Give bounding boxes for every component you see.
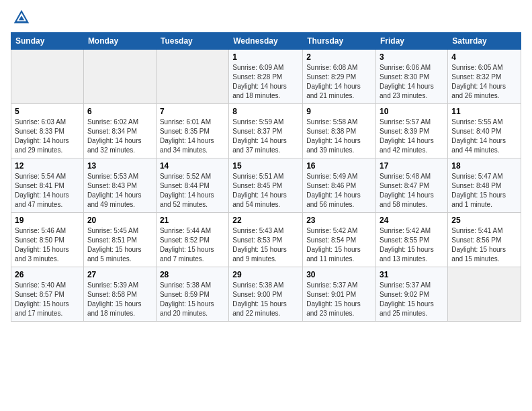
day-cell <box>83 50 156 104</box>
day-number: 20 <box>87 216 152 225</box>
day-cell: 6Sunrise: 6:02 AM Sunset: 8:34 PM Daylig… <box>83 104 156 158</box>
day-info: Sunrise: 5:41 AM Sunset: 8:56 PM Dayligh… <box>451 226 517 264</box>
week-row-4: 19Sunrise: 5:46 AM Sunset: 8:50 PM Dayli… <box>11 213 521 267</box>
day-info: Sunrise: 5:48 AM Sunset: 8:47 PM Dayligh… <box>380 172 444 210</box>
weekday-header-row: SundayMondayTuesdayWednesdayThursdayFrid… <box>11 33 521 50</box>
day-number: 14 <box>160 161 225 171</box>
week-row-3: 12Sunrise: 5:54 AM Sunset: 8:41 PM Dayli… <box>11 158 521 213</box>
week-row-5: 26Sunrise: 5:40 AM Sunset: 8:57 PM Dayli… <box>11 267 521 322</box>
day-number: 10 <box>380 107 444 116</box>
day-cell: 19Sunrise: 5:46 AM Sunset: 8:50 PM Dayli… <box>11 213 84 267</box>
day-number: 23 <box>306 216 372 225</box>
day-number: 7 <box>160 107 225 116</box>
day-cell: 8Sunrise: 5:59 AM Sunset: 8:37 PM Daylig… <box>229 104 303 158</box>
weekday-header-wednesday: Wednesday <box>229 33 303 50</box>
day-info: Sunrise: 5:59 AM Sunset: 8:37 PM Dayligh… <box>232 118 299 155</box>
day-number: 30 <box>306 270 372 279</box>
day-cell: 7Sunrise: 6:01 AM Sunset: 8:35 PM Daylig… <box>156 104 228 158</box>
day-info: Sunrise: 5:49 AM Sunset: 8:46 PM Dayligh… <box>306 172 372 210</box>
day-number: 13 <box>87 161 152 171</box>
day-cell: 1Sunrise: 6:09 AM Sunset: 8:28 PM Daylig… <box>229 50 303 104</box>
day-number: 1 <box>232 52 299 62</box>
weekday-header-thursday: Thursday <box>303 33 376 50</box>
day-cell: 29Sunrise: 5:38 AM Sunset: 9:00 PM Dayli… <box>229 267 303 322</box>
day-number: 2 <box>306 52 372 62</box>
day-info: Sunrise: 6:01 AM Sunset: 8:35 PM Dayligh… <box>160 118 225 155</box>
day-info: Sunrise: 5:39 AM Sunset: 8:58 PM Dayligh… <box>87 281 152 318</box>
day-info: Sunrise: 5:45 AM Sunset: 8:51 PM Dayligh… <box>87 226 152 264</box>
day-number: 21 <box>160 216 225 225</box>
day-number: 27 <box>87 270 152 279</box>
day-cell: 20Sunrise: 5:45 AM Sunset: 8:51 PM Dayli… <box>83 213 156 267</box>
day-number: 4 <box>451 52 517 62</box>
day-number: 15 <box>232 161 299 171</box>
day-cell: 9Sunrise: 5:58 AM Sunset: 8:38 PM Daylig… <box>303 104 376 158</box>
day-info: Sunrise: 5:46 AM Sunset: 8:50 PM Dayligh… <box>15 226 80 264</box>
day-info: Sunrise: 6:09 AM Sunset: 8:28 PM Dayligh… <box>232 63 299 101</box>
day-cell: 18Sunrise: 5:47 AM Sunset: 8:48 PM Dayli… <box>448 158 521 213</box>
day-number: 28 <box>160 270 225 279</box>
day-cell: 23Sunrise: 5:42 AM Sunset: 8:54 PM Dayli… <box>303 213 376 267</box>
day-info: Sunrise: 5:44 AM Sunset: 8:52 PM Dayligh… <box>160 226 225 264</box>
page: SundayMondayTuesdayWednesdayThursdayFrid… <box>0 0 532 330</box>
logo <box>11 8 32 27</box>
day-cell: 17Sunrise: 5:48 AM Sunset: 8:47 PM Dayli… <box>376 158 448 213</box>
day-cell: 13Sunrise: 5:53 AM Sunset: 8:43 PM Dayli… <box>83 158 156 213</box>
day-info: Sunrise: 6:03 AM Sunset: 8:33 PM Dayligh… <box>15 118 80 155</box>
day-info: Sunrise: 5:37 AM Sunset: 9:02 PM Dayligh… <box>380 281 444 318</box>
day-number: 3 <box>380 52 444 62</box>
day-cell: 22Sunrise: 5:43 AM Sunset: 8:53 PM Dayli… <box>229 213 303 267</box>
logo-icon <box>12 8 31 27</box>
day-info: Sunrise: 5:52 AM Sunset: 8:44 PM Dayligh… <box>160 172 225 210</box>
day-info: Sunrise: 6:08 AM Sunset: 8:29 PM Dayligh… <box>306 63 372 101</box>
day-info: Sunrise: 6:02 AM Sunset: 8:34 PM Dayligh… <box>87 118 152 155</box>
day-number: 12 <box>15 161 80 171</box>
day-cell: 26Sunrise: 5:40 AM Sunset: 8:57 PM Dayli… <box>11 267 84 322</box>
day-cell: 30Sunrise: 5:37 AM Sunset: 9:01 PM Dayli… <box>303 267 376 322</box>
day-cell <box>448 267 521 322</box>
day-cell: 2Sunrise: 6:08 AM Sunset: 8:29 PM Daylig… <box>303 50 376 104</box>
day-number: 26 <box>15 270 80 279</box>
weekday-header-sunday: Sunday <box>11 33 84 50</box>
day-cell: 24Sunrise: 5:42 AM Sunset: 8:55 PM Dayli… <box>376 213 448 267</box>
day-cell: 25Sunrise: 5:41 AM Sunset: 8:56 PM Dayli… <box>448 213 521 267</box>
day-cell: 21Sunrise: 5:44 AM Sunset: 8:52 PM Dayli… <box>156 213 228 267</box>
day-info: Sunrise: 6:06 AM Sunset: 8:30 PM Dayligh… <box>380 63 444 101</box>
week-row-2: 5Sunrise: 6:03 AM Sunset: 8:33 PM Daylig… <box>11 104 521 158</box>
day-number: 17 <box>380 161 444 171</box>
day-cell: 15Sunrise: 5:51 AM Sunset: 8:45 PM Dayli… <box>229 158 303 213</box>
day-number: 25 <box>451 216 517 225</box>
day-number: 16 <box>306 161 372 171</box>
weekday-header-tuesday: Tuesday <box>156 33 228 50</box>
day-info: Sunrise: 5:54 AM Sunset: 8:41 PM Dayligh… <box>15 172 80 210</box>
weekday-header-saturday: Saturday <box>448 33 521 50</box>
weekday-header-monday: Monday <box>83 33 156 50</box>
weekday-header-friday: Friday <box>376 33 448 50</box>
day-info: Sunrise: 5:40 AM Sunset: 8:57 PM Dayligh… <box>15 281 80 318</box>
day-cell: 27Sunrise: 5:39 AM Sunset: 8:58 PM Dayli… <box>83 267 156 322</box>
day-info: Sunrise: 5:47 AM Sunset: 8:48 PM Dayligh… <box>451 172 517 210</box>
day-info: Sunrise: 5:43 AM Sunset: 8:53 PM Dayligh… <box>232 226 299 264</box>
day-info: Sunrise: 5:42 AM Sunset: 8:54 PM Dayligh… <box>306 226 372 264</box>
day-number: 24 <box>380 216 444 225</box>
day-number: 6 <box>87 107 152 116</box>
day-cell: 14Sunrise: 5:52 AM Sunset: 8:44 PM Dayli… <box>156 158 228 213</box>
day-cell: 3Sunrise: 6:06 AM Sunset: 8:30 PM Daylig… <box>376 50 448 104</box>
day-info: Sunrise: 5:38 AM Sunset: 9:00 PM Dayligh… <box>232 281 299 318</box>
day-cell: 31Sunrise: 5:37 AM Sunset: 9:02 PM Dayli… <box>376 267 448 322</box>
day-cell: 5Sunrise: 6:03 AM Sunset: 8:33 PM Daylig… <box>11 104 84 158</box>
week-row-1: 1Sunrise: 6:09 AM Sunset: 8:28 PM Daylig… <box>11 50 521 104</box>
day-info: Sunrise: 5:42 AM Sunset: 8:55 PM Dayligh… <box>380 226 444 264</box>
day-info: Sunrise: 5:53 AM Sunset: 8:43 PM Dayligh… <box>87 172 152 210</box>
day-cell: 12Sunrise: 5:54 AM Sunset: 8:41 PM Dayli… <box>11 158 84 213</box>
day-cell: 28Sunrise: 5:38 AM Sunset: 8:59 PM Dayli… <box>156 267 228 322</box>
day-info: Sunrise: 5:57 AM Sunset: 8:39 PM Dayligh… <box>380 118 444 155</box>
day-cell <box>11 50 84 104</box>
day-number: 31 <box>380 270 444 279</box>
day-info: Sunrise: 5:37 AM Sunset: 9:01 PM Dayligh… <box>306 281 372 318</box>
day-info: Sunrise: 5:38 AM Sunset: 8:59 PM Dayligh… <box>160 281 225 318</box>
day-info: Sunrise: 6:05 AM Sunset: 8:32 PM Dayligh… <box>451 63 517 101</box>
day-number: 11 <box>451 107 517 116</box>
day-number: 29 <box>232 270 299 279</box>
day-number: 8 <box>232 107 299 116</box>
